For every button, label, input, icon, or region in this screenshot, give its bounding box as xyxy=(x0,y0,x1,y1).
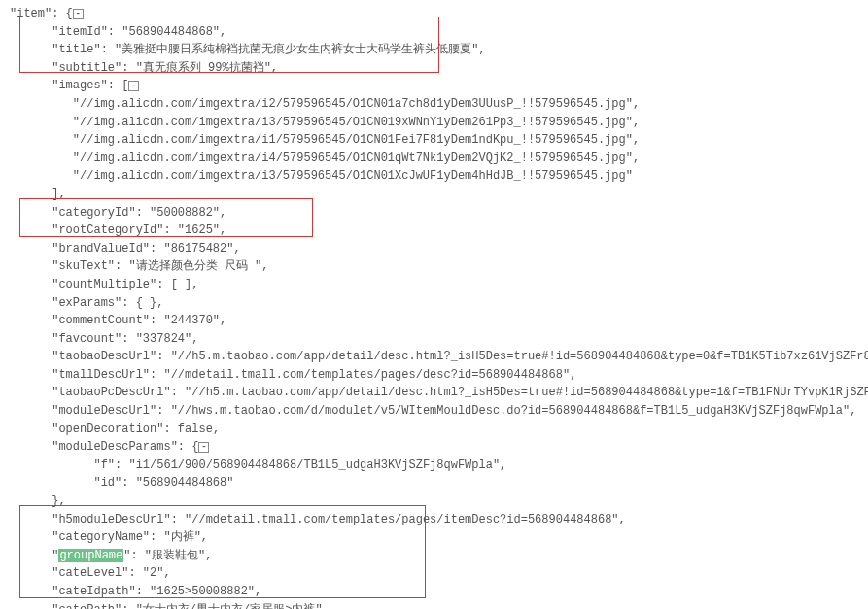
json-line: "countMultiple": [ ], xyxy=(10,276,858,294)
json-line: "item": {- xyxy=(10,5,858,23)
json-line: "taobaoDescUrl": "//h5.m.taobao.com/app/… xyxy=(10,348,858,366)
search-highlight: groupName xyxy=(58,549,123,562)
json-line: "//img.alicdn.com/imgextra/i4/579596545/… xyxy=(10,150,858,168)
json-line: "cateLevel": "2", xyxy=(10,564,858,583)
json-line: "tmallDescUrl": "//mdetail.tmall.com/tem… xyxy=(10,366,858,385)
json-line: "catePath": "女士内衣/男士内衣/家居服>内裤" xyxy=(10,601,858,609)
json-line: "rootCategoryId": "1625", xyxy=(10,221,858,240)
json-line: "h5moduleDescUrl": "//mdetail.tmall.com/… xyxy=(10,511,858,529)
json-line: "subtitle": "真无痕系列 99%抗菌裆", xyxy=(10,59,858,78)
json-line: "openDecoration": false, xyxy=(10,421,858,439)
json-line: "groupName": "服装鞋包", xyxy=(10,547,858,565)
json-line: "skuText": "请选择颜色分类 尺码 ", xyxy=(10,257,858,276)
json-viewer: "item": {- "itemId": "568904484868", "ti… xyxy=(10,5,858,609)
json-line: ], xyxy=(10,186,858,204)
json-line: "favcount": "337824", xyxy=(10,330,858,349)
json-line: "//img.alicdn.com/imgextra/i3/579596545/… xyxy=(10,114,858,132)
collapse-toggle-icon[interactable]: - xyxy=(128,81,139,91)
collapse-toggle-icon[interactable]: - xyxy=(198,442,209,453)
json-line: "itemId": "568904484868", xyxy=(10,23,858,42)
json-line: "moduleDescUrl": "//hws.m.taobao.com/d/m… xyxy=(10,402,858,421)
json-line: "categoryName": "内裤", xyxy=(10,528,858,547)
json-line: }, xyxy=(10,492,858,511)
json-line: "cateIdpath": "1625>50008882", xyxy=(10,583,858,601)
json-line: "moduleDescParams": {- xyxy=(10,438,858,457)
json-line: "exParams": { }, xyxy=(10,294,858,313)
json-line: "//img.alicdn.com/imgextra/i1/579596545/… xyxy=(10,131,858,150)
json-line: "title": "美雅挺中腰日系纯棉裆抗菌无痕少女生内裤女士大码学生裤头低腰夏… xyxy=(10,41,858,59)
json-line: "f": "i1/561/900/568904484868/TB1L5_udga… xyxy=(10,457,858,475)
json-line: "id": "568904484868" xyxy=(10,474,858,492)
json-line: "taobaoPcDescUrl": "//h5.m.taobao.com/ap… xyxy=(10,384,858,402)
collapse-toggle-icon[interactable]: - xyxy=(73,9,84,19)
json-line: "//img.alicdn.com/imgextra/i3/579596545/… xyxy=(10,167,858,186)
json-line: "//img.alicdn.com/imgextra/i2/579596545/… xyxy=(10,95,858,114)
json-line: "commentCount": "244370", xyxy=(10,312,858,330)
json-line: "images": [- xyxy=(10,77,858,95)
json-line: "brandValueId": "86175482", xyxy=(10,240,858,258)
json-line: "categoryId": "50008882", xyxy=(10,204,858,222)
